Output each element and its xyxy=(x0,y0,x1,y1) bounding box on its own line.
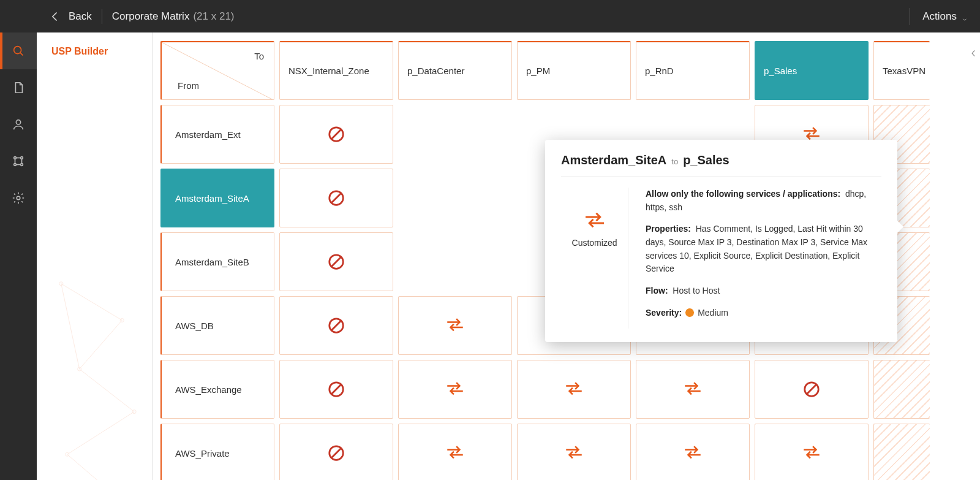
row-header[interactable]: Amsterdam_SiteA xyxy=(160,169,274,227)
swap-icon xyxy=(445,317,466,334)
svg-line-28 xyxy=(332,130,341,139)
swap-icon xyxy=(682,381,703,398)
forbid-icon xyxy=(327,380,345,398)
swap-icon xyxy=(682,444,703,462)
svg-point-18 xyxy=(66,452,69,456)
rail-settings[interactable] xyxy=(0,180,37,216)
rail-integrations[interactable] xyxy=(0,143,37,180)
col-header[interactable]: NSX_Internal_Zone xyxy=(279,41,393,100)
svg-point-8 xyxy=(21,164,23,166)
matrix-cell[interactable] xyxy=(873,424,930,480)
row-header[interactable]: AWS_Exchange xyxy=(160,360,274,419)
svg-line-22 xyxy=(80,369,135,412)
col-header[interactable]: p_PM xyxy=(517,41,631,100)
tooltip-severity-label: Severity: xyxy=(646,308,682,318)
rail-users[interactable] xyxy=(0,106,37,143)
divider xyxy=(910,8,910,25)
sidepanel-item-usp-builder[interactable]: USP Builder xyxy=(37,32,153,70)
svg-line-46 xyxy=(807,385,816,394)
rail-search[interactable] xyxy=(0,32,37,69)
svg-line-30 xyxy=(332,194,341,203)
actions-label: Actions xyxy=(922,10,957,23)
swap-icon xyxy=(445,381,466,398)
chevron-down-icon xyxy=(962,13,968,20)
cell-tooltip: Amsterdam_SiteA to p_Sales Customized Al… xyxy=(545,140,897,342)
svg-line-20 xyxy=(61,284,122,321)
back-button[interactable]: Back xyxy=(49,10,92,23)
matrix-cell[interactable] xyxy=(398,424,512,480)
row-header[interactable]: AWS_Private xyxy=(160,424,274,480)
tooltip-state-label: Customized xyxy=(572,238,617,248)
nav-rail xyxy=(0,32,37,480)
matrix-cell[interactable] xyxy=(279,232,393,291)
actions-menu-button[interactable]: Actions xyxy=(922,10,968,23)
corner-from-label: From xyxy=(178,80,199,91)
svg-point-15 xyxy=(120,318,124,322)
severity-dot-icon xyxy=(685,308,694,317)
tooltip-dest: p_Sales xyxy=(683,153,729,167)
matrix-cell[interactable] xyxy=(636,360,750,419)
forbid-icon xyxy=(327,444,345,462)
svg-line-44 xyxy=(332,385,341,394)
corner-to-label: To xyxy=(254,51,264,61)
svg-point-5 xyxy=(14,157,17,159)
collapse-panel-button[interactable] xyxy=(968,41,980,66)
tooltip-props-label: Properties: xyxy=(646,224,691,234)
page-title: Corporate Matrix xyxy=(112,10,190,23)
svg-line-36 xyxy=(332,321,341,330)
rail-documents[interactable] xyxy=(0,69,37,106)
matrix-cell[interactable] xyxy=(279,105,393,164)
svg-line-25 xyxy=(61,284,80,369)
svg-point-4 xyxy=(16,120,20,124)
matrix-cell[interactable] xyxy=(398,360,512,419)
svg-line-32 xyxy=(332,257,341,267)
col-header[interactable]: p_RnD xyxy=(636,41,750,100)
svg-point-16 xyxy=(78,367,81,371)
matrix-cell[interactable] xyxy=(755,424,869,480)
divider xyxy=(102,9,102,24)
matrix-cell[interactable] xyxy=(873,360,930,419)
forbid-icon xyxy=(327,316,345,335)
matrix-cell[interactable] xyxy=(636,424,750,480)
tooltip-to-word: to xyxy=(671,157,678,166)
top-bar: Back Corporate Matrix (21 x 21) Actions xyxy=(0,0,980,32)
tooltip-flow-value: Host to Host xyxy=(673,286,720,295)
matrix-cell[interactable] xyxy=(279,360,393,419)
page-dimensions: (21 x 21) xyxy=(193,10,234,23)
back-label: Back xyxy=(69,10,92,23)
svg-point-14 xyxy=(59,282,63,286)
row-header[interactable]: Amsterdam_Ext xyxy=(160,105,274,164)
svg-line-48 xyxy=(332,449,341,458)
forbid-icon xyxy=(327,125,345,143)
svg-line-3 xyxy=(20,53,23,55)
col-header[interactable]: p_DataCenter xyxy=(398,41,512,100)
row-header[interactable]: Amsterdam_SiteB xyxy=(160,232,274,291)
arrow-left-icon xyxy=(49,10,61,23)
svg-line-24 xyxy=(67,454,110,480)
col-header[interactable]: TexasVPN xyxy=(873,41,930,100)
matrix-cell[interactable] xyxy=(279,296,393,355)
tooltip-severity-value: Medium xyxy=(698,308,728,318)
svg-line-23 xyxy=(67,412,134,455)
matrix-cell[interactable] xyxy=(517,360,631,419)
svg-point-6 xyxy=(21,157,23,159)
col-header[interactable]: p_Sales xyxy=(755,41,869,100)
matrix-area: ToFromNSX_Internal_Zonep_DataCenterp_PMp… xyxy=(153,32,980,480)
tooltip-from: Amsterdam_SiteA xyxy=(561,153,666,167)
swap-icon xyxy=(801,444,822,462)
matrix-corner: ToFrom xyxy=(160,41,274,100)
matrix-cell[interactable] xyxy=(279,169,393,227)
tooltip-allow-label: Allow only the following services / appl… xyxy=(646,189,840,199)
matrix-cell[interactable] xyxy=(398,296,512,355)
matrix-cell[interactable] xyxy=(279,424,393,480)
side-panel: USP Builder xyxy=(37,32,153,480)
svg-point-7 xyxy=(14,164,17,166)
decorative-network-icon xyxy=(37,253,153,480)
svg-point-13 xyxy=(17,196,20,200)
forbid-icon xyxy=(327,253,345,271)
svg-line-21 xyxy=(80,320,123,369)
svg-point-2 xyxy=(14,47,21,54)
matrix-cell[interactable] xyxy=(517,424,631,480)
matrix-cell[interactable] xyxy=(755,360,869,419)
row-header[interactable]: AWS_DB xyxy=(160,296,274,355)
